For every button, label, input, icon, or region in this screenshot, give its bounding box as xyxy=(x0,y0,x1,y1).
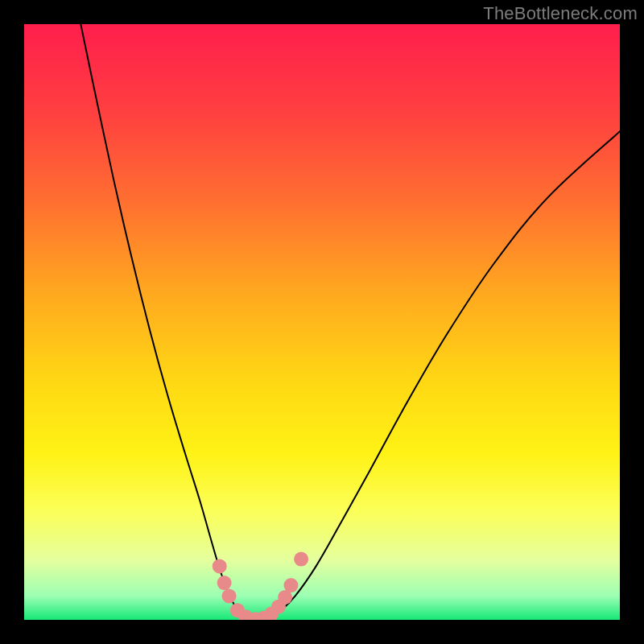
marker-dot xyxy=(213,559,227,573)
plot-area xyxy=(24,24,620,620)
marker-dot xyxy=(284,578,299,592)
chart-svg xyxy=(24,24,620,620)
marker-dot xyxy=(217,576,232,590)
marker-dot xyxy=(222,588,237,603)
watermark-text: TheBottleneck.com xyxy=(483,3,638,24)
chart-background xyxy=(24,24,620,620)
marker-dot xyxy=(294,552,308,567)
chart-frame: TheBottleneck.com xyxy=(0,0,644,644)
